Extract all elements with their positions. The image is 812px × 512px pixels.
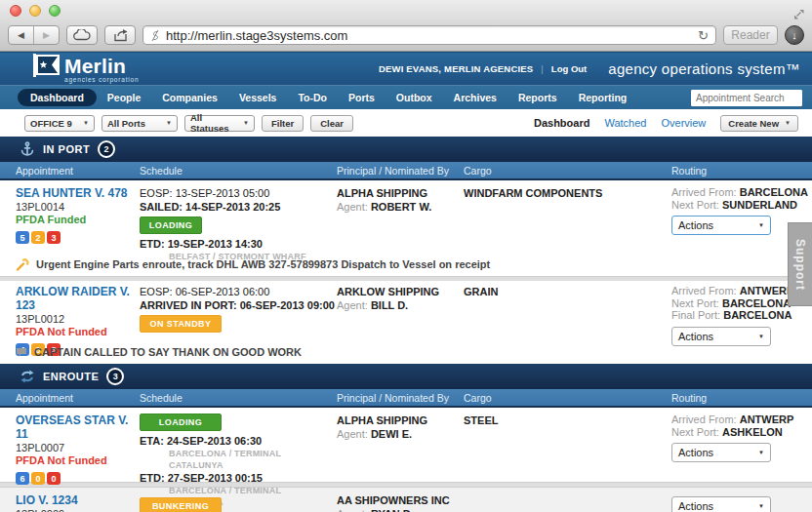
reload-icon[interactable]: ↻: [698, 28, 709, 43]
actions-dropdown[interactable]: Actions▼: [671, 443, 771, 462]
icloud-button[interactable]: [66, 25, 98, 45]
main-nav: Dashboard People Companies Vessels To-Do…: [0, 85, 812, 109]
address-bar[interactable]: http://merlin.stage3systems.com ↻: [142, 25, 716, 45]
appointment-search-input[interactable]: [691, 90, 802, 106]
tab-reports[interactable]: Reports: [508, 89, 568, 106]
forward-button[interactable]: ▶: [33, 26, 59, 44]
anchor-icon: [20, 141, 35, 157]
view-link-dashboard[interactable]: Dashboard: [534, 117, 589, 129]
cargo-value: WINDFARM COMPONENTS: [464, 186, 671, 262]
merlin-flag-icon: [33, 54, 60, 77]
vessel-link[interactable]: OVERSEAS STAR V. 11: [16, 414, 140, 441]
status-badge: ON STANDBY: [140, 315, 222, 333]
schedule-arrived: ARRIVED IN PORT: 06-SEP-2013 09:00: [140, 298, 337, 312]
schedule-eosp: EOSP: 06-SEP-2013 06:00: [140, 285, 337, 298]
filter-bar: OFFICE 9▼ All Ports▼ All Statuses▼ Filte…: [0, 109, 812, 137]
count-badge-red: 0: [47, 472, 61, 485]
logged-in-user: DEWI EVANS, MERLIN AGENCIES: [379, 63, 533, 74]
view-link-watched[interactable]: Watched: [604, 117, 646, 129]
pfda-status: PFDA Not Funded: [16, 326, 140, 338]
actions-dropdown[interactable]: Actions▼: [671, 327, 771, 346]
chevron-down-icon: ▼: [166, 120, 172, 126]
wrench-icon: [16, 258, 29, 271]
pfda-status: PFDA Funded: [16, 214, 140, 226]
appointment-row: OVERSEAS STAR V. 11 13PL0007 PFDA Not Fu…: [0, 408, 812, 482]
schedule-sailed: SAILED: 14-SEP-2013 20:25: [140, 200, 337, 214]
tab-outbox[interactable]: Outbox: [386, 89, 443, 106]
tab-vessels[interactable]: Vessels: [228, 89, 288, 106]
table-header: Appointment Schedule Principal / Nominat…: [0, 162, 812, 180]
principal-name: ALPHA SHIPPING: [337, 186, 464, 200]
status-select[interactable]: All Statuses▼: [184, 115, 255, 132]
tab-dashboard[interactable]: Dashboard: [18, 89, 97, 106]
agent-label: Agent:: [337, 508, 368, 512]
site-favicon: [150, 29, 160, 42]
support-tab[interactable]: Support: [788, 222, 812, 306]
vessel-link[interactable]: ARKLOW RAIDER V. 123: [16, 285, 140, 312]
status-badge: LOADING: [140, 217, 202, 234]
appointment-row: ARKLOW RAIDER V. 123 13PL0012 PFDA Not F…: [0, 281, 812, 341]
view-link-overview[interactable]: Overview: [661, 117, 706, 129]
status-badge: LOADING: [140, 414, 222, 431]
chevron-down-icon: ▼: [758, 222, 764, 228]
chevron-down-icon: ▼: [758, 503, 764, 509]
status-badge: BUNKERING: [140, 497, 222, 512]
schedule-etd: ETD: 27-SEP-2013 00:15: [140, 471, 337, 485]
office-select[interactable]: OFFICE 9▼: [24, 115, 95, 132]
tab-ports[interactable]: Ports: [338, 89, 386, 106]
section-title: IN PORT: [43, 143, 90, 155]
browser-window: ◀ ▶ http://merlin.stage3systems.com ↻ Re…: [0, 0, 812, 512]
downloads-button[interactable]: ↓: [785, 25, 804, 45]
count-badge-blue: 5: [16, 231, 29, 244]
tab-people[interactable]: People: [97, 89, 151, 106]
chevron-down-icon: ▼: [83, 120, 89, 126]
app-tagline: agency operations system™: [608, 60, 800, 77]
app-subtitle: agencies corporation: [64, 77, 139, 84]
app-masthead: Merlin agencies corporation DEWI EVANS, …: [0, 52, 812, 85]
section-title: ENROUTE: [43, 371, 99, 382]
tab-archives[interactable]: Archives: [443, 89, 508, 106]
clear-button[interactable]: Clear: [310, 115, 353, 132]
filter-button[interactable]: Filter: [262, 115, 304, 132]
chevron-down-icon: ▼: [785, 120, 791, 126]
create-new-button[interactable]: Create New▼: [720, 115, 798, 132]
zoom-window-button[interactable]: [49, 5, 61, 17]
divider: |: [541, 63, 543, 74]
vessel-link[interactable]: LIO V. 1234: [16, 493, 140, 507]
back-button[interactable]: ◀: [9, 26, 33, 44]
logout-link[interactable]: Log Out: [551, 63, 587, 74]
sync-icon: [20, 370, 35, 383]
agent-label: Agent:: [337, 299, 368, 311]
tab-companies[interactable]: Companies: [151, 89, 228, 106]
note-text: CAPTAIN CALLED TO SAY THANK ON GOOD WORK: [34, 346, 302, 358]
schedule-eosp: EOSP: 13-SEP-2013 05:00: [140, 186, 337, 200]
chevron-down-icon: ▼: [243, 120, 249, 126]
ports-select[interactable]: All Ports▼: [102, 115, 178, 132]
count-badge-orange: 0: [31, 472, 45, 485]
principal-name: AA SHIPOWNERS INC: [337, 493, 464, 507]
fullscreen-icon[interactable]: [793, 6, 804, 23]
section-count-badge: 2: [98, 140, 115, 158]
cargo-value: GRAIN: [464, 285, 671, 356]
actions-dropdown[interactable]: Actions▼: [671, 496, 771, 512]
chevron-down-icon: ▼: [758, 450, 764, 455]
count-badge-blue: 6: [16, 472, 29, 485]
tab-reporting[interactable]: Reporting: [568, 89, 638, 106]
back-icon: ◀: [18, 30, 24, 40]
minimize-window-button[interactable]: [29, 5, 41, 17]
tab-todo[interactable]: To-Do: [287, 89, 338, 106]
share-button[interactable]: [104, 25, 136, 45]
chevron-down-icon: ▼: [758, 334, 764, 339]
section-enroute: ENROUTE 3: [0, 364, 812, 389]
reader-button[interactable]: Reader: [723, 25, 778, 45]
vessel-link[interactable]: SEA HUNTER V. 478: [16, 186, 140, 200]
schedule-location: BARCELONA / TERMINAL CATALUNYA: [169, 448, 337, 471]
appointment-ref: 13PL0014: [16, 201, 140, 214]
download-arrow-icon: ↓: [792, 29, 797, 41]
close-window-button[interactable]: [10, 5, 21, 17]
actions-dropdown[interactable]: Actions▼: [671, 216, 771, 235]
pfda-status: PFDA Not Funded: [16, 454, 140, 467]
appointment-ref: 13PL0012: [16, 313, 140, 326]
appointment-ref: 13PL0007: [16, 442, 140, 454]
app-logo[interactable]: Merlin agencies corporation: [33, 54, 139, 84]
